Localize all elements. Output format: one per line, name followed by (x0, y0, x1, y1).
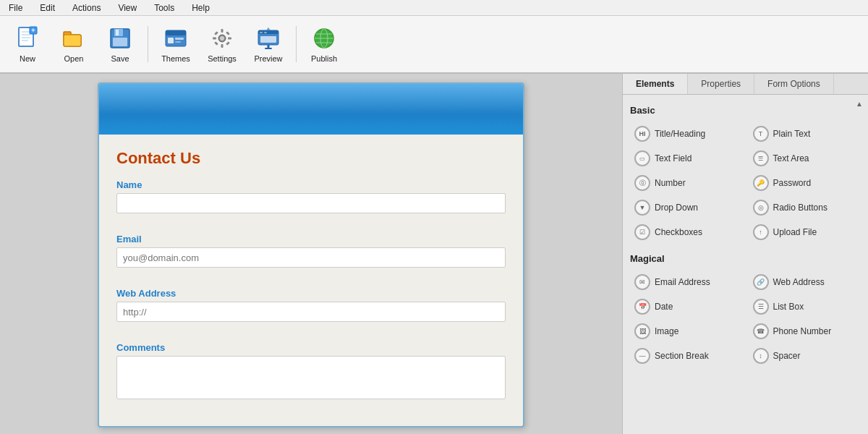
main-area: Contact Us Name Email Web Address Commen… (0, 74, 868, 434)
form-body: Contact Us Name Email Web Address Commen… (99, 135, 523, 426)
save-icon (107, 25, 133, 51)
element-label: Title/Heading (655, 129, 705, 139)
scroll-up-button[interactable]: ▲ (854, 98, 865, 109)
menu-file[interactable]: File (6, 2, 25, 14)
save-button[interactable]: Save (98, 20, 142, 69)
upload-icon: ↑ (753, 224, 769, 240)
svg-rect-20 (175, 41, 181, 43)
menu-edit[interactable]: Edit (37, 2, 58, 14)
preview-button[interactable]: Preview (247, 20, 290, 69)
date-icon: 📅 (634, 299, 650, 315)
element-phone-number[interactable]: ☎ Phone Number (749, 320, 861, 342)
element-email-address[interactable]: ✉ Email Address (630, 271, 743, 293)
element-label: Number (655, 178, 686, 188)
menu-help[interactable]: Help (189, 2, 213, 14)
new-label: New (20, 54, 35, 63)
webaddress-label: Web Address (116, 288, 506, 299)
svg-rect-24 (221, 44, 224, 48)
element-drop-down[interactable]: ▼ Drop Down (630, 197, 743, 218)
phone-icon: ☎ (753, 323, 769, 339)
publish-label: Publish (311, 54, 337, 63)
element-label: Spacer (773, 351, 801, 361)
canvas-area: Contact Us Name Email Web Address Commen… (0, 74, 622, 434)
name-label: Name (116, 179, 506, 190)
tab-form-options[interactable]: Form Options (754, 74, 834, 94)
element-label: Upload File (773, 227, 817, 237)
element-web-address[interactable]: 🔗 Web Address (749, 271, 861, 293)
menu-tools[interactable]: Tools (151, 2, 177, 14)
svg-rect-19 (175, 38, 184, 40)
themes-button[interactable]: Themes (154, 20, 197, 69)
svg-rect-18 (168, 38, 174, 43)
open-button[interactable]: Open (52, 20, 95, 69)
svg-rect-33 (260, 32, 263, 33)
email-input[interactable] (116, 247, 506, 268)
listbox-icon: ☰ (753, 299, 769, 315)
preview-icon (255, 25, 281, 51)
form-title: Contact Us (116, 149, 506, 168)
element-title-heading[interactable]: HI Title/Heading (630, 123, 743, 145)
element-section-break[interactable]: — Section Break (630, 345, 743, 367)
publish-button[interactable]: Publish (302, 20, 346, 69)
element-password[interactable]: 🔑 Password (749, 172, 861, 194)
svg-rect-28 (226, 31, 230, 35)
number-icon: ⓪ (634, 175, 650, 191)
webaddress-input[interactable] (116, 302, 506, 322)
right-panel: Elements Properties Form Options ▲ Basic… (622, 74, 868, 434)
sectionbreak-icon: — (634, 348, 650, 364)
svg-rect-25 (213, 38, 216, 40)
element-label: Drop Down (655, 203, 698, 213)
element-checkboxes[interactable]: ☑ Checkboxes (630, 221, 743, 243)
svg-marker-36 (266, 27, 271, 30)
element-plain-text[interactable]: T Plain Text (749, 123, 861, 145)
element-label: Text Area (773, 153, 809, 163)
element-image[interactable]: 🖼 Image (630, 320, 743, 342)
separator-2 (296, 26, 297, 62)
tab-elements[interactable]: Elements (623, 74, 688, 94)
panel-content: ▲ Basic HI Title/Heading T Plain Text ▭ … (623, 95, 868, 434)
svg-rect-37 (268, 45, 270, 48)
element-label: Image (655, 326, 678, 336)
element-list-box[interactable]: ☰ List Box (749, 296, 861, 318)
textfield-icon: ▭ (634, 150, 650, 166)
element-label: Date (655, 302, 673, 312)
element-text-field[interactable]: ▭ Text Field (630, 148, 743, 169)
element-spacer[interactable]: ↕ Spacer (749, 345, 861, 367)
tab-properties[interactable]: Properties (688, 74, 754, 94)
svg-rect-26 (228, 38, 231, 40)
element-upload-file[interactable]: ↑ Upload File (749, 221, 861, 243)
element-label: Password (773, 178, 812, 188)
svg-rect-10 (64, 35, 81, 46)
basic-elements-grid: HI Title/Heading T Plain Text ▭ Text Fie… (630, 123, 861, 243)
spacer-icon: ↕ (753, 348, 769, 364)
comments-textarea[interactable] (116, 356, 506, 399)
toolbar: + New Open Save (0, 16, 868, 74)
element-label: Plain Text (773, 129, 811, 139)
element-text-area[interactable]: ☰ Text Area (749, 148, 861, 169)
radio-icon: ◎ (753, 200, 769, 216)
svg-rect-23 (221, 29, 224, 33)
svg-rect-30 (226, 41, 230, 46)
magical-elements-grid: ✉ Email Address 🔗 Web Address 📅 Date ☰ L… (630, 271, 861, 367)
element-label: Section Break (655, 351, 709, 361)
password-icon: 🔑 (753, 175, 769, 191)
textarea-icon: ☰ (753, 150, 769, 166)
new-button[interactable]: + New (6, 20, 49, 69)
publish-icon (311, 25, 337, 51)
svg-rect-13 (113, 38, 127, 46)
menu-view[interactable]: View (115, 2, 140, 14)
element-radio-buttons[interactable]: ◎ Radio Buttons (749, 197, 861, 218)
svg-rect-17 (166, 33, 186, 35)
name-input[interactable] (116, 193, 506, 213)
element-number[interactable]: ⓪ Number (630, 172, 743, 194)
themes-icon (163, 25, 189, 51)
settings-button[interactable]: Settings (200, 20, 244, 69)
element-date[interactable]: 📅 Date (630, 296, 743, 318)
magical-section-heading: Magical (630, 253, 861, 264)
separator-1 (148, 26, 148, 62)
email-icon: ✉ (634, 274, 650, 290)
menu-actions[interactable]: Actions (69, 2, 103, 14)
svg-rect-27 (214, 31, 218, 35)
element-label: Radio Buttons (773, 203, 827, 213)
preview-label: Preview (254, 54, 282, 63)
